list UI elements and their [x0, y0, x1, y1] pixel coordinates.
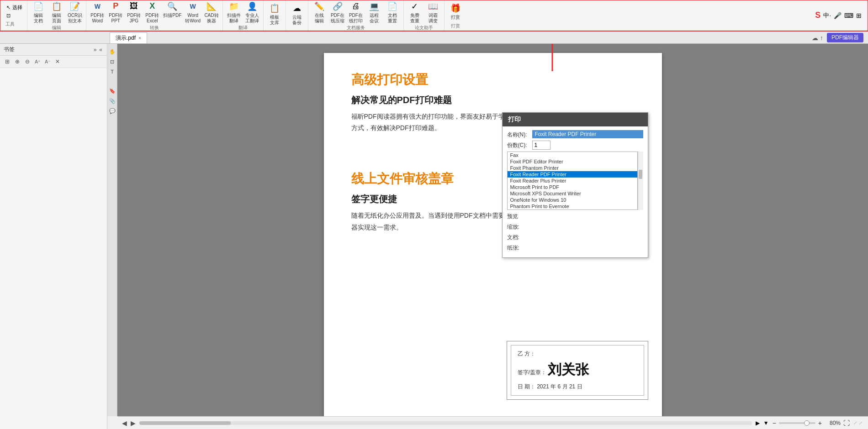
pdf-to-jpg-icon: 🖼 [127, 0, 140, 13]
print-preview-row: 预览 [507, 212, 643, 220]
scan-to-pdf-btn[interactable]: 🔍 扫描PDF [161, 0, 183, 25]
nav-next-btn[interactable]: ▶ [131, 419, 136, 427]
template-section: 📋 模板文库 [264, 0, 286, 31]
edit-doc-btn[interactable]: 📄 编辑文档 [29, 0, 48, 25]
sidebar-collapse-btn[interactable]: « [98, 46, 103, 53]
zoom-thumb [804, 420, 810, 426]
professional-translate-btn[interactable]: 👤 专业人工翻译 [243, 0, 261, 25]
tab-bar: 演示.pdf × ☁ ↑ PDF编辑器 [0, 31, 868, 44]
printer-foxit-plus[interactable]: Foxit Reader Plus Printer [508, 178, 637, 184]
print-paper-row: 纸张: [507, 243, 643, 252]
online-print-btn[interactable]: 🖨 PDF在线打印 [347, 0, 365, 25]
select-page-btn[interactable]: ⊡ [108, 58, 116, 66]
cloud-icons: ☁ ↑ [812, 34, 823, 42]
sidebar-add-btn[interactable]: ⊕ [13, 57, 22, 66]
word-check-btn[interactable]: 📖 词霸调变 [424, 0, 442, 25]
print-dialog-body: 名称(N): Foxit Reader PDF Printer 份数(C): 1 [503, 126, 648, 257]
template-btn[interactable]: 📋 模板文库 [265, 1, 284, 26]
hand-tool-btn[interactable]: ✋ [108, 47, 116, 56]
print-shrink-row: 缩放: [507, 222, 643, 231]
sidebar-expand-btn[interactable]: » [93, 46, 98, 53]
print-copies-input[interactable]: 1 [532, 141, 550, 150]
select-text-btn[interactable]: T [108, 68, 116, 76]
printer-foxit-editor[interactable]: Foxit PDF Editor Printer [508, 158, 637, 165]
edit-page-btn[interactable]: 📋 编辑页面 [48, 0, 66, 25]
sidebar-remove-btn[interactable]: ⊖ [23, 57, 32, 66]
scroll-down-btn[interactable]: ▼ [763, 420, 769, 426]
word-to-pdf-btn[interactable]: W Word转Word [183, 0, 202, 25]
pdf-to-jpg-btn[interactable]: 🖼 PDF转JPG [125, 0, 143, 25]
print-scrollbar[interactable] [638, 152, 643, 210]
pdf-to-word-btn[interactable]: W PDF转Word [88, 0, 106, 25]
sync-icon[interactable]: ↑ [820, 34, 823, 42]
pdf-to-excel-btn[interactable]: X PDF转Excel [143, 0, 161, 25]
printer-ms-pdf[interactable]: Microsoft Print to PDF [508, 184, 637, 190]
remote-meeting-icon: 💻 [368, 0, 381, 13]
sidebar-header: 书签 » « [0, 44, 107, 56]
select-tool-btn[interactable]: ↖ 选择 [5, 4, 23, 11]
edit-section: 📄 编辑文档 📋 编辑页面 📝 OCR识别文本 编辑 [27, 0, 86, 31]
printer-onenote[interactable]: OneNote for Windows 10 [508, 197, 637, 203]
edit-page-icon: 📋 [50, 0, 63, 13]
bottom-scrollbar[interactable] [139, 421, 752, 425]
printer-phantom-evernote[interactable]: Phantom Print to Evernote [508, 203, 637, 209]
sidebar-font-down-btn[interactable]: A⁻ [43, 57, 52, 66]
sidebar-content [0, 68, 107, 429]
doc-review-btn[interactable]: 📄 文档重置 [383, 0, 402, 25]
online-edit-icon: ✏️ [313, 0, 326, 13]
print-name-value: Foxit Reader PDF Printer [532, 130, 643, 138]
attachment-btn[interactable]: 📎 [108, 97, 116, 105]
remote-meeting-btn[interactable]: 💻 远程会议 [365, 0, 383, 25]
reward-icon: 🎁 [449, 2, 462, 15]
reward-btn[interactable]: 🎁 打赏 [446, 1, 465, 21]
expand-btn[interactable]: ⛶ [843, 419, 850, 427]
marquee-tool-btn[interactable]: ⊡ [5, 12, 11, 19]
scan-translate-icon: 📁 [228, 0, 240, 13]
bookmark-panel-btn[interactable]: 🔖 [108, 87, 116, 95]
signature-box: 乙 方： 签字/盖章： 刘关张 日 期： 2021 年 6 月 21 日 [507, 341, 648, 400]
translate-section-label: 翻译 [225, 25, 261, 32]
pdf-compress-btn[interactable]: 🔗 PDF在线压缩 [328, 0, 347, 25]
printer-foxit-reader[interactable]: Foxit Reader PDF Printer [508, 171, 637, 178]
sig-field-label: 签字/盖章： [518, 369, 546, 376]
pdf-to-word-icon: W [91, 0, 104, 13]
printer-ms-xps[interactable]: Microsoft XPS Document Writer [508, 190, 637, 197]
scan-translate-btn[interactable]: 📁 扫描件翻译 [225, 0, 243, 25]
print-name-selected[interactable]: Foxit Reader PDF Printer [532, 130, 643, 138]
print-copies-value: 1 [532, 141, 643, 150]
mic-icon: 🎤 [834, 12, 842, 19]
pdf-page: 高级打印设置 解决常见的PDF打印难题 福昕PDF阅读器拥有强大的打印功能，界面… [324, 53, 662, 429]
toolbar-right: S 中· 🎤 ⌨ ⊞ [815, 10, 866, 20]
sidebar-font-up-btn[interactable]: A⁺ [33, 57, 42, 66]
zoom-percent: 80% [825, 420, 841, 426]
tab-filename: 演示.pdf [116, 34, 136, 42]
scroll-right-btn[interactable]: ▶ [756, 420, 760, 426]
doc-service-section: ✏️ 在线编辑 🔗 PDF在线压缩 🖨 PDF在线打印 💻 远程会议 📄 文档重… [308, 0, 404, 31]
pdf-to-ppt-icon: P [109, 0, 122, 13]
left-icon-strip: ✋ ⊡ T 🔖 📎 💬 [107, 44, 117, 416]
sidebar-grid-btn[interactable]: ⊞ [3, 57, 12, 66]
marquee-icon: ⊡ [6, 13, 11, 19]
free-check-btn[interactable]: ✓ 免费查重 [406, 0, 424, 25]
comment-btn[interactable]: 💬 [108, 107, 116, 115]
convert-section: W PDF转Word P PDF转PPT 🖼 PDF转JPG X PDF转Exc… [86, 0, 223, 31]
pdf-tab[interactable]: 演示.pdf × [110, 32, 147, 43]
nav-prev-btn[interactable]: ◀ [122, 419, 127, 427]
printer-foxit-phantom[interactable]: Foxit Phantom Printer [508, 165, 637, 171]
printer-fax[interactable]: Fax [508, 152, 637, 158]
zoom-plus-btn[interactable]: + [818, 419, 822, 427]
zoom-slider[interactable] [779, 422, 815, 424]
online-edit-btn[interactable]: ✏️ 在线编辑 [310, 0, 328, 25]
zoom-minus-btn[interactable]: − [773, 419, 776, 427]
keyboard-icon: ⌨ [844, 12, 853, 19]
tab-close-btn[interactable]: × [138, 36, 141, 41]
cloud-upload-icon[interactable]: ☁ [812, 34, 818, 42]
ocr-btn[interactable]: 📝 OCR识别文本 [66, 0, 84, 25]
cloud-backup-btn[interactable]: ☁ 云端备份 [288, 1, 306, 26]
pdf-to-ppt-btn[interactable]: P PDF转PPT [106, 0, 125, 25]
cloud-backup-icon: ☁ [291, 2, 303, 15]
pdf-editor-button[interactable]: PDF编辑器 [827, 33, 863, 42]
cad-btn[interactable]: 📐 CAD转换器 [202, 0, 221, 25]
sidebar-close-btn[interactable]: ✕ [53, 57, 62, 66]
edit-section-label: 编辑 [29, 25, 84, 32]
